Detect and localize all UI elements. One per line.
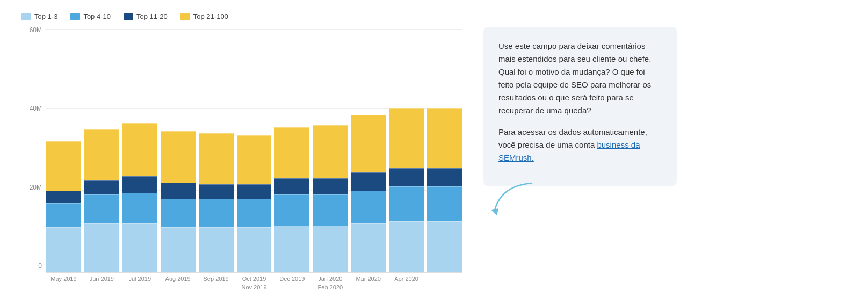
bar-segment-top21100 [274, 127, 309, 178]
bar-segment-top410 [427, 186, 462, 221]
bar-segment-top1120 [427, 168, 462, 186]
y-label-20m: 20M [21, 184, 42, 191]
x-label-group: Apr 2020 [389, 275, 424, 292]
bar-group [161, 27, 196, 272]
svg-marker-0 [491, 208, 498, 215]
bar-segment-top21100 [427, 108, 462, 168]
x-label-group: Mar 2020 [351, 275, 386, 292]
x-label-group: Jan 2020Feb 2020 [313, 275, 348, 292]
bar-group [237, 27, 272, 272]
bar-segment-top410 [313, 194, 348, 225]
x-axis: May 2019Jun 2019Jul 2019Aug 2019Sep 2019… [46, 275, 462, 292]
legend-swatch-top4-10 [70, 13, 80, 20]
bar-group [351, 27, 386, 272]
bars-container [46, 27, 462, 273]
bar-segment-top1120 [46, 191, 81, 203]
bar-group [84, 27, 119, 272]
x-label-top: Apr 2020 [394, 275, 418, 283]
bar-segment-top410 [84, 194, 119, 223]
x-label-top: Aug 2019 [165, 275, 191, 283]
bar-segment-top410 [389, 186, 424, 221]
bar-segment-top1120 [313, 178, 348, 194]
x-label-group [427, 275, 462, 292]
legend-item-top1-3: Top 1-3 [21, 12, 57, 20]
bar-segment-top1120 [389, 168, 424, 186]
bar-segment-top13 [427, 221, 462, 272]
bar-segment-top410 [122, 193, 157, 223]
bar-segment-top21100 [389, 108, 424, 168]
bar-segment-top410 [237, 199, 272, 227]
bar-segment-top13 [199, 227, 234, 272]
bar-group [122, 27, 157, 272]
x-label-top: Oct 2019 [242, 275, 266, 283]
bar-segment-top1120 [161, 183, 196, 199]
legend-item-top11-20: Top 11-20 [124, 12, 168, 20]
bar-segment-top410 [46, 203, 81, 228]
y-label-60m: 60M [21, 27, 42, 33]
x-label-group: Jul 2019 [122, 275, 157, 292]
bar-segment-top1120 [237, 184, 272, 199]
x-label-top: Jun 2019 [90, 275, 114, 283]
bar-segment-top21100 [313, 125, 348, 178]
tooltip-paragraph1: Use este campo para deixar comentários m… [498, 40, 662, 117]
x-label-group: Sep 2019 [199, 275, 234, 292]
bar-segment-top1120 [351, 172, 386, 191]
bar-segment-top410 [351, 191, 386, 223]
chart-legend: Top 1-3 Top 4-10 Top 11-20 Top 21-100 [21, 12, 462, 20]
legend-label-top1-3: Top 1-3 [34, 12, 57, 20]
bar-segment-top410 [274, 194, 309, 225]
tooltip-panel: Use este campo para deixar comentários m… [483, 27, 677, 186]
tooltip-arrow [489, 180, 542, 218]
legend-swatch-top1-3 [21, 13, 31, 20]
legend-swatch-top11-20 [124, 13, 133, 20]
bar-segment-top410 [199, 199, 234, 227]
x-label-bottom: Mar 2020 [356, 275, 380, 283]
bar-group [274, 27, 309, 272]
bar-segment-top21100 [161, 131, 196, 182]
bar-group [199, 27, 234, 272]
x-label-bottom: Jul 2019 [128, 275, 151, 283]
legend-item-top21-100: Top 21-100 [180, 12, 228, 20]
x-label-top: Jan 2020 [318, 275, 342, 283]
x-label-top: Sep 2019 [204, 275, 229, 283]
tooltip-paragraph2: Para acessar os dados automaticamente, v… [498, 126, 662, 164]
bar-group [46, 27, 81, 272]
chart-area: Top 1-3 Top 4-10 Top 11-20 Top 21-100 0 … [21, 12, 462, 292]
x-label-top: Dec 2019 [279, 275, 305, 283]
x-label-group: May 2019 [46, 275, 81, 292]
chart-body: 0 20M 40M 60M May 2019Jun 2019Jul 2019Au… [21, 27, 462, 292]
chart-inner: May 2019Jun 2019Jul 2019Aug 2019Sep 2019… [46, 27, 462, 292]
bar-segment-top1120 [84, 180, 119, 195]
bar-segment-top21100 [46, 141, 81, 190]
bar-group [313, 27, 348, 272]
bar-segment-top1120 [122, 176, 157, 192]
bar-segment-top1120 [199, 184, 234, 199]
bar-group [389, 27, 424, 272]
x-label-group: Jun 2019 [84, 275, 119, 292]
x-label-group: Dec 2019 [274, 275, 309, 292]
legend-swatch-top21-100 [180, 13, 190, 20]
bar-segment-top13 [161, 227, 196, 272]
bar-segment-top13 [122, 223, 157, 272]
bar-segment-top13 [274, 226, 309, 273]
bar-segment-top13 [313, 226, 348, 273]
legend-label-top11-20: Top 11-20 [136, 12, 168, 20]
y-axis: 0 20M 40M 60M [21, 27, 46, 292]
bar-segment-top13 [237, 227, 272, 272]
x-label-group: Aug 2019 [161, 275, 196, 292]
bar-segment-top13 [84, 223, 119, 272]
bar-segment-top1120 [274, 178, 309, 194]
bar-segment-top410 [161, 199, 196, 227]
bar-group [427, 27, 462, 272]
legend-label-top21-100: Top 21-100 [193, 12, 228, 20]
legend-label-top4-10: Top 4-10 [83, 12, 111, 20]
bar-segment-top21100 [237, 135, 272, 184]
bar-segment-top21100 [122, 123, 157, 176]
y-label-40m: 40M [21, 105, 42, 112]
legend-item-top4-10: Top 4-10 [70, 12, 111, 20]
bar-segment-top13 [389, 221, 424, 272]
bar-segment-top21100 [84, 129, 119, 180]
x-label-bottom: Feb 2020 [318, 284, 343, 292]
bar-segment-top21100 [351, 115, 386, 172]
bar-segment-top21100 [199, 133, 234, 184]
